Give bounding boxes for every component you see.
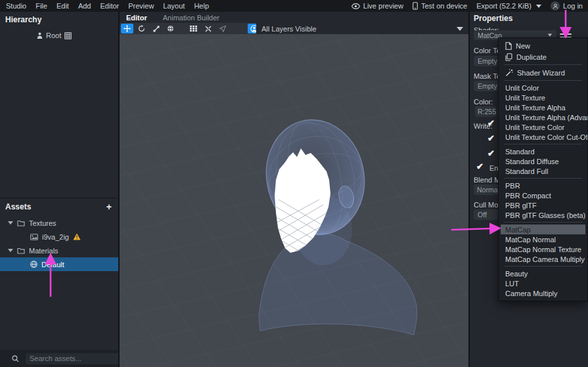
login-button[interactable]: Log in: [551, 1, 583, 11]
enabled-checkbox-icon[interactable]: ✔: [476, 162, 484, 171]
test-on-device-button[interactable]: Test on device: [413, 2, 467, 10]
assets-title: Assets: [5, 202, 31, 211]
shader-menu-item[interactable]: Beauty: [499, 269, 587, 278]
caret-down-icon[interactable]: [8, 249, 13, 252]
collapse-view-button[interactable]: [202, 24, 214, 33]
editor-tabbar: Editor Animation Builder: [120, 12, 468, 23]
move-icon: [124, 25, 131, 32]
root-label: Root: [46, 32, 61, 39]
menu-separator: [504, 64, 582, 65]
folder-icon: [17, 248, 25, 254]
shader-menu-item[interactable]: Unlit Texture Color Cut-Off: [499, 132, 587, 142]
tab-animation-builder[interactable]: Animation Builder: [163, 14, 219, 22]
rotate-icon: [138, 25, 145, 32]
device-icon: [413, 2, 418, 10]
hierarchy-panel: Hierarchy Root: [0, 12, 118, 197]
menu-separator: [504, 178, 582, 179]
menubar-item[interactable]: Help: [194, 2, 209, 10]
write-check-1-icon[interactable]: ✔: [487, 118, 495, 128]
move-tool-button[interactable]: [121, 24, 133, 33]
menubar-item[interactable]: Editor: [100, 2, 119, 10]
properties-title: Properties: [474, 14, 512, 23]
search-icon: [12, 355, 19, 362]
shader-menu-item[interactable]: Camera Multiply: [499, 288, 587, 298]
menubar-item[interactable]: Edit: [57, 2, 69, 10]
shader-menu-item[interactable]: MatCap Normal: [499, 234, 587, 244]
wand-icon: [505, 69, 513, 77]
shader-menu-items: Unlit Color Unlit Texture Unlit Texture …: [499, 80, 587, 298]
tab-editor[interactable]: Editor: [126, 14, 147, 22]
hierarchy-item-root[interactable]: Root: [37, 32, 118, 39]
layers-dropdown[interactable]: All Layers Visible: [256, 23, 468, 34]
person-icon: [37, 32, 43, 39]
shader-menu-item[interactable]: MatCap: [501, 225, 585, 234]
menubar: Studio File Edit Add Editor Preview Layo…: [0, 2, 209, 10]
select-caret-icon: [548, 34, 552, 37]
layers-label: All Layers Visible: [261, 25, 317, 33]
live-preview-button[interactable]: Live preview: [351, 2, 403, 10]
shader-menu-item[interactable]: Unlit Texture: [499, 93, 587, 102]
menu-item-new[interactable]: New: [499, 40, 587, 51]
color-label: Color:: [474, 98, 493, 106]
search-assets-input[interactable]: [26, 353, 127, 364]
assets-folder-materials[interactable]: Materials: [0, 244, 118, 257]
add-asset-button[interactable]: +: [106, 204, 112, 210]
shader-menu-item[interactable]: Unlit Texture Color: [499, 122, 587, 132]
caret-down-icon[interactable]: [8, 221, 13, 225]
shader-menu-item[interactable]: Standard Diffuse: [499, 156, 587, 166]
color-r-field[interactable]: R:255: [475, 106, 496, 117]
folder-icon: [17, 220, 25, 227]
menubar-item[interactable]: File: [35, 2, 47, 10]
studio-app: Studio File Edit Add Editor Preview Layo…: [0, 0, 588, 367]
asset-search-bar: [0, 350, 118, 367]
grid-badge-icon: [64, 32, 72, 39]
shader-menu-item[interactable]: Standard: [499, 146, 587, 156]
assets-item-texture[interactable]: i9va_2ig: [0, 230, 118, 244]
avatar: [551, 1, 560, 11]
collapse-icon: [205, 26, 212, 32]
hierarchy-title: Hierarchy: [0, 12, 118, 28]
menu-separator: [504, 144, 582, 144]
shader-menu-item[interactable]: Unlit Texture Alpha (Advanced): [499, 112, 587, 122]
export-button[interactable]: Export (52.2 KiB): [476, 2, 541, 10]
menubar-item[interactable]: Add: [78, 2, 91, 10]
rotate-tool-button[interactable]: [135, 24, 148, 33]
shader-menu-item[interactable]: Standard Full: [499, 166, 587, 176]
image-icon: [30, 234, 38, 240]
shader-menu-item[interactable]: MatCap Camera Multiply: [499, 254, 587, 264]
grid-view-button[interactable]: [187, 24, 200, 33]
write-check-2-icon[interactable]: ✔: [487, 133, 495, 143]
globe-icon: [167, 25, 174, 32]
shader-menu-item[interactable]: MatCap Normal Texture: [499, 244, 587, 254]
material-sphere-icon: [30, 261, 37, 268]
menubar-item[interactable]: Studio: [6, 2, 26, 10]
shader-menu-item[interactable]: Unlit Color: [499, 83, 587, 93]
menubar-item[interactable]: Preview: [128, 2, 154, 10]
scale-tool-button[interactable]: [150, 24, 162, 33]
menu-separator: [504, 80, 582, 81]
viewport-canvas[interactable]: [120, 34, 468, 367]
navigate-tool-button[interactable]: [216, 24, 229, 33]
shader-menu-item[interactable]: PBR: [499, 181, 587, 190]
assets-panel: Assets + Textures i9va_2ig: [0, 198, 118, 350]
grid-icon: [190, 26, 197, 32]
write-check-3-icon[interactable]: ✔: [487, 148, 495, 158]
assets-item-material-default[interactable]: Default: [0, 257, 118, 271]
viewport[interactable]: [120, 34, 468, 367]
chevron-down-icon: [536, 5, 541, 8]
menu-item-shader-wizard[interactable]: Shader Wizard: [499, 67, 587, 78]
menu-separator: [504, 222, 582, 223]
shader-menu-item[interactable]: LUT: [499, 278, 587, 288]
warning-icon: [73, 233, 81, 240]
globe-tool-button[interactable]: [164, 24, 177, 33]
shader-menu-item[interactable]: PBR glTF: [499, 200, 587, 210]
assets-folder-textures[interactable]: Textures: [0, 216, 118, 230]
shader-menu-item[interactable]: Unlit Texture Alpha: [499, 102, 587, 112]
dropdown-arrow-icon: [457, 27, 463, 31]
duplicate-icon: [505, 53, 512, 61]
menu-item-duplicate[interactable]: Duplicate: [499, 51, 587, 62]
shader-menu-item[interactable]: PBR glTF Glasses (beta): [499, 210, 587, 220]
new-file-icon: [505, 42, 512, 50]
shader-menu-item[interactable]: PBR Compact: [499, 190, 587, 200]
menubar-item[interactable]: Layout: [163, 2, 185, 10]
